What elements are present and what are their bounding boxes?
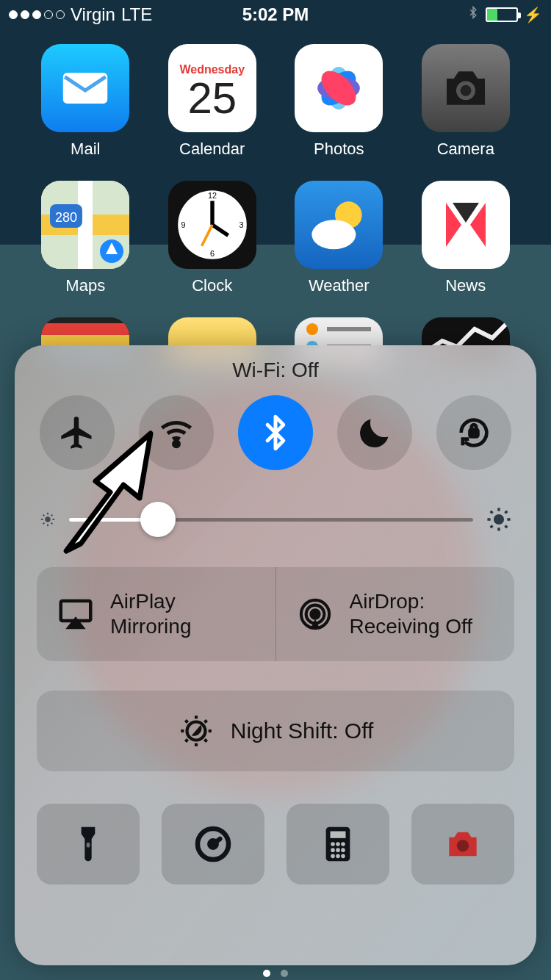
carrier-label: Virgin (71, 4, 115, 25)
charging-icon: ⚡ (524, 6, 542, 24)
signal-strength-icon (9, 10, 65, 19)
svg-text:9: 9 (181, 220, 185, 229)
cc-shortcut-row (37, 804, 514, 884)
calendar-icon: Wednesday 25 (168, 44, 256, 132)
svg-point-70 (331, 842, 335, 846)
app-label: Camera (437, 140, 494, 159)
svg-point-75 (341, 848, 345, 852)
svg-rect-25 (41, 323, 129, 335)
svg-rect-0 (65, 75, 107, 102)
battery-icon (486, 7, 518, 22)
airdrop-label: AirDrop: Receiving Off (350, 589, 496, 638)
clock-icon: 12369 (168, 181, 256, 269)
flashlight-button[interactable] (37, 804, 140, 884)
svg-point-24 (312, 220, 356, 249)
app-calendar[interactable]: Wednesday 25 Calendar (149, 44, 276, 159)
page-indicator[interactable] (263, 970, 288, 977)
calendar-day: 25 (187, 76, 237, 120)
svg-rect-33 (470, 430, 478, 437)
svg-line-50 (505, 511, 508, 514)
calculator-icon (317, 824, 359, 865)
clock-label: 5:02 PM (242, 4, 309, 25)
status-bar: Virgin LTE 5:02 PM ⚡ (0, 0, 551, 29)
app-label: News (445, 276, 486, 295)
camera-small-icon (442, 824, 483, 865)
svg-point-73 (331, 848, 335, 852)
svg-line-42 (43, 523, 45, 525)
svg-point-34 (45, 516, 50, 522)
svg-rect-65 (87, 843, 90, 848)
svg-point-28 (306, 323, 318, 335)
svg-text:280: 280 (55, 210, 77, 225)
svg-point-78 (341, 854, 345, 859)
news-icon (422, 181, 510, 269)
svg-text:3: 3 (239, 220, 243, 229)
svg-point-79 (457, 840, 469, 851)
svg-point-67 (209, 840, 216, 847)
svg-line-39 (43, 515, 45, 516)
svg-point-72 (341, 842, 345, 846)
network-label: LTE (121, 4, 152, 25)
airdrop-icon (295, 594, 335, 634)
brightness-low-icon (40, 511, 56, 527)
svg-point-32 (174, 442, 179, 447)
camera-shortcut-button[interactable] (411, 804, 514, 884)
svg-point-10 (460, 85, 471, 96)
wifi-toggle[interactable] (139, 395, 214, 470)
svg-text:6: 6 (210, 249, 215, 258)
app-label: Maps (65, 276, 105, 295)
night-shift-label: Night Shift: Off (231, 718, 374, 743)
airplane-mode-toggle[interactable] (40, 395, 115, 470)
airdrop-button[interactable]: AirDrop: Receiving Off (276, 567, 515, 661)
svg-point-53 (311, 610, 319, 618)
airplay-button[interactable]: AirPlay Mirroring (37, 567, 276, 661)
rotation-lock-toggle[interactable] (436, 395, 511, 470)
bluetooth-toggle[interactable] (238, 395, 313, 470)
brightness-track[interactable] (69, 518, 473, 522)
app-camera[interactable]: Camera (403, 44, 530, 159)
app-label: Clock (192, 276, 232, 295)
cc-toggle-row (37, 395, 514, 470)
svg-line-41 (51, 515, 53, 516)
cc-status-label: Wi-Fi: Off (37, 359, 514, 382)
app-maps[interactable]: 280 Maps (22, 181, 149, 295)
bluetooth-status-icon (467, 3, 480, 26)
app-label: Weather (309, 276, 370, 295)
svg-line-40 (51, 523, 53, 525)
svg-line-51 (491, 526, 493, 528)
night-shift-button[interactable]: Night Shift: Off (37, 691, 514, 771)
control-center-panel: Wi-Fi: Off A (15, 345, 536, 965)
svg-line-48 (491, 511, 493, 514)
app-clock[interactable]: 12369 Clock (149, 181, 276, 295)
svg-line-49 (505, 526, 508, 528)
svg-point-74 (336, 848, 340, 852)
airplay-label: AirPlay Mirroring (110, 589, 256, 638)
brightness-thumb[interactable] (140, 502, 176, 537)
svg-point-76 (331, 854, 335, 859)
app-weather[interactable]: Weather (276, 181, 403, 295)
app-label: Photos (314, 140, 364, 159)
app-label: Mail (71, 140, 100, 159)
app-news[interactable]: News (403, 181, 530, 295)
flashlight-icon (68, 824, 109, 865)
maps-icon: 280 (41, 181, 129, 269)
timer-icon (192, 824, 234, 865)
app-label: Calendar (179, 140, 245, 159)
app-mail[interactable]: Mail (22, 44, 149, 159)
svg-line-62 (204, 739, 206, 741)
camera-icon (422, 44, 510, 132)
svg-point-71 (336, 842, 340, 846)
app-photos[interactable]: Photos (276, 44, 403, 159)
timer-button[interactable] (162, 804, 264, 884)
calculator-button[interactable] (287, 804, 389, 884)
do-not-disturb-toggle[interactable] (337, 395, 412, 470)
svg-point-43 (494, 514, 504, 525)
photos-icon (295, 44, 383, 132)
brightness-high-icon (486, 507, 511, 532)
svg-text:12: 12 (208, 191, 217, 200)
mail-icon (41, 44, 129, 132)
home-app-grid: Mail Wednesday 25 Calendar (0, 44, 551, 361)
airplay-icon (56, 594, 96, 634)
brightness-slider[interactable] (40, 507, 511, 532)
svg-point-77 (336, 854, 340, 859)
